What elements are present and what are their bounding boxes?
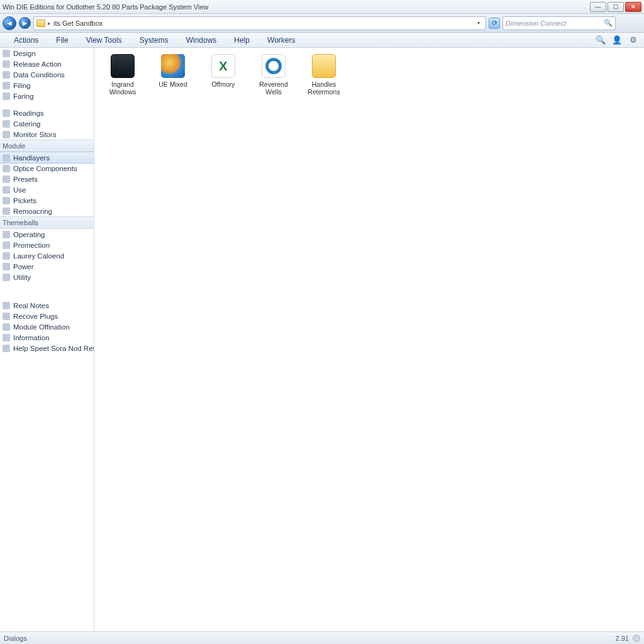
toolbar-search-icon[interactable]: 🔍 bbox=[595, 35, 606, 46]
sidebar-item[interactable]: Faring bbox=[0, 91, 94, 101]
menu-systems[interactable]: Systems bbox=[131, 33, 177, 47]
sidebar-item[interactable]: Promection bbox=[0, 240, 94, 250]
back-button[interactable]: ◄ bbox=[3, 16, 16, 30]
sidebar-item-label: Operating bbox=[13, 231, 45, 238]
sidebar-item-icon bbox=[3, 60, 10, 68]
forward-arrow-icon: ► bbox=[21, 19, 29, 28]
sidebar-item[interactable]: Information bbox=[0, 332, 94, 343]
sidebar-item-icon bbox=[3, 263, 10, 270]
app-launcher-item[interactable]: HandlesRetermons bbox=[303, 54, 345, 96]
sidebar-item[interactable]: Use bbox=[0, 184, 94, 195]
main-area: DesignRelease ActionData ConditionsFilin… bbox=[0, 48, 644, 631]
app-launcher-item[interactable]: UE Mixed bbox=[152, 54, 194, 96]
sidebar-item[interactable]: Presets bbox=[0, 174, 94, 184]
sidebar-item-label: Laurey Caloend bbox=[13, 252, 64, 260]
close-button[interactable]: ✕ bbox=[625, 2, 641, 12]
sidebar-item-icon bbox=[3, 302, 10, 309]
sidebar-item[interactable]: Data Conditions bbox=[0, 69, 94, 80]
toolbar-user-icon[interactable]: 👤 bbox=[611, 35, 623, 46]
sidebar-item[interactable]: Release Action bbox=[0, 58, 94, 69]
app-launcher-item[interactable]: IngrandWindows bbox=[102, 54, 143, 96]
app-label: Wells bbox=[265, 88, 281, 96]
search-input[interactable]: Dimension Connect 🔍 bbox=[502, 16, 616, 30]
refresh-icon: ⟳ bbox=[492, 19, 497, 27]
sidebar-item-label: Module Offination bbox=[13, 323, 70, 331]
sidebar-item-icon bbox=[3, 186, 10, 194]
folder-icon bbox=[36, 19, 45, 27]
sidebar-item-label: Readings bbox=[13, 109, 44, 117]
sidebar-item-icon bbox=[3, 313, 10, 320]
sidebar-item[interactable]: Module Offination bbox=[0, 321, 94, 332]
sidebar-item-label: Information bbox=[13, 334, 50, 341]
sidebar-item-icon bbox=[3, 274, 10, 281]
refresh-button[interactable]: ⟳ bbox=[489, 18, 500, 29]
menu-actions[interactable]: Actions bbox=[5, 33, 47, 47]
menu-view-tools[interactable]: View Tools bbox=[77, 33, 131, 47]
toolbar-gear-icon[interactable]: ⚙ bbox=[628, 35, 639, 46]
app-label: Handles bbox=[312, 80, 336, 88]
address-dropdown-icon[interactable]: ▾ bbox=[474, 17, 483, 30]
sidebar-item[interactable]: Utility bbox=[0, 272, 94, 282]
menu-bar: Actions File View Tools Systems Windows … bbox=[0, 33, 644, 48]
status-left: Dialogs bbox=[4, 635, 27, 642]
sidebar-section-header: Module bbox=[0, 140, 94, 152]
sidebar-item-label: Promection bbox=[13, 242, 50, 249]
sidebar-item[interactable]: Operating bbox=[0, 229, 94, 240]
sidebar-item[interactable]: Handlayers bbox=[0, 152, 94, 164]
status-indicator-icon bbox=[633, 635, 640, 642]
sidebar-item-icon bbox=[3, 334, 10, 341]
app-dark-icon bbox=[111, 54, 135, 78]
sidebar-item[interactable]: Recove Plugs bbox=[0, 311, 94, 321]
sidebar-item[interactable]: Laurey Caloend bbox=[0, 250, 94, 261]
sidebar-item[interactable]: Pickets bbox=[0, 195, 94, 206]
sidebar-item[interactable]: Filing bbox=[0, 80, 94, 91]
app-launcher-item[interactable]: Offmory bbox=[203, 54, 244, 96]
sidebar-item-icon bbox=[3, 165, 10, 172]
sidebar-item[interactable]: Readings bbox=[0, 108, 94, 118]
sidebar-item-label: Handlayers bbox=[13, 154, 50, 162]
sidebar-item[interactable]: Power bbox=[0, 261, 94, 272]
sidebar-item-label: Pickets bbox=[13, 197, 36, 204]
sidebar-item-label: Design bbox=[13, 50, 36, 57]
sidebar-item-label: Real Notes bbox=[13, 302, 49, 309]
app-excel-icon bbox=[211, 54, 235, 78]
sidebar-item[interactable]: Catering bbox=[0, 118, 94, 129]
sidebar-item-label: Utility bbox=[13, 274, 31, 281]
menu-windows[interactable]: Windows bbox=[177, 33, 226, 47]
sidebar-item-icon bbox=[3, 208, 10, 215]
sidebar-item-icon bbox=[3, 92, 10, 100]
sidebar-item[interactable]: Design bbox=[0, 48, 94, 58]
sidebar-item-icon bbox=[3, 242, 10, 249]
sidebar-item-icon bbox=[3, 175, 10, 183]
address-bar[interactable]: ▸ its Get Sandbox ▾ bbox=[33, 16, 486, 30]
app-label: Ingrand bbox=[111, 80, 134, 88]
app-label: Reverend bbox=[259, 80, 288, 88]
app-ring-icon bbox=[262, 54, 286, 78]
maximize-button[interactable]: ☐ bbox=[608, 2, 624, 12]
navigation-bar: ◄ ► ▸ its Get Sandbox ▾ ⟳ Dimension Conn… bbox=[0, 14, 644, 33]
app-launcher-item[interactable]: ReverendWells bbox=[253, 54, 294, 96]
sidebar-item-label: Faring bbox=[13, 92, 34, 100]
menu-help[interactable]: Help bbox=[225, 33, 258, 47]
sidebar-item-icon bbox=[3, 109, 10, 117]
forward-button[interactable]: ► bbox=[19, 17, 31, 29]
menu-file[interactable]: File bbox=[47, 33, 77, 47]
sidebar-item-label: Release Action bbox=[13, 60, 62, 68]
sidebar-item-label: Catering bbox=[13, 120, 40, 128]
sidebar-item[interactable]: Remoacring bbox=[0, 206, 94, 216]
app-label: UE Mixed bbox=[158, 80, 187, 88]
status-right: 2.91 bbox=[616, 635, 629, 642]
sidebar-item-label: Use bbox=[13, 186, 26, 194]
back-arrow-icon: ◄ bbox=[6, 19, 13, 28]
sidebar-item-icon bbox=[3, 131, 10, 138]
minimize-button[interactable]: — bbox=[590, 2, 606, 12]
sidebar-item-label: Presets bbox=[13, 175, 38, 183]
sidebar-item[interactable]: Real Notes bbox=[0, 300, 94, 311]
window-controls: — ☐ ✕ bbox=[590, 2, 641, 12]
sidebar-item[interactable]: Monitor Stors bbox=[0, 129, 94, 140]
sidebar-item[interactable]: Optice Components bbox=[0, 163, 94, 174]
sidebar-item[interactable]: Help Speet Sora Nod Retention bbox=[0, 343, 94, 353]
sidebar-item-icon bbox=[3, 252, 10, 260]
menu-workers[interactable]: Workers bbox=[258, 33, 304, 47]
sidebar-item-icon bbox=[3, 323, 10, 331]
